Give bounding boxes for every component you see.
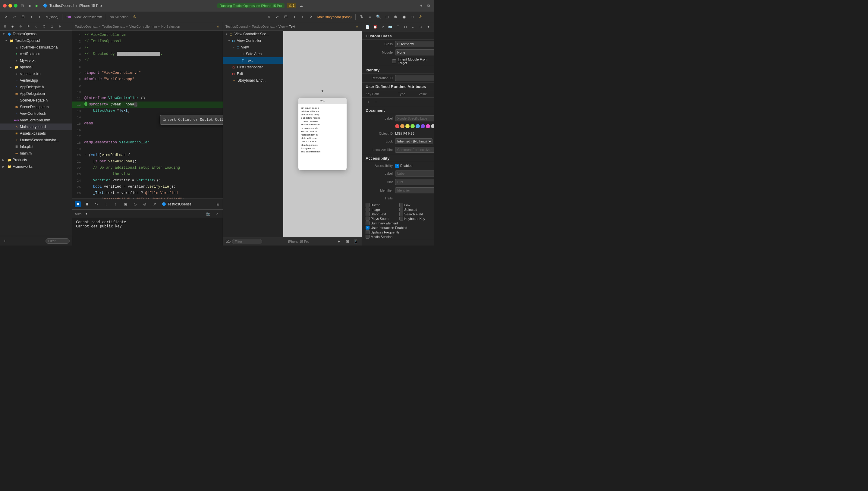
debug-btn2[interactable]: ⊙ [132,201,139,208]
lock-select[interactable]: Inherited - (Nothing) [395,138,432,144]
sb-expand-btn[interactable]: ⤢ [274,13,281,21]
sb-grid-view-icon[interactable]: ⊞ [343,238,351,245]
trait-button-checkbox[interactable] [366,203,369,207]
tree-item-vc[interactable]: ▼ ⊡ View Controller [223,37,283,44]
tree-item-safearea[interactable]: □ Safe Area [223,51,283,57]
accessibility-enabled-checkbox[interactable]: ✓ [395,164,399,168]
trait-updates-checkbox[interactable] [366,230,369,234]
sidebar-tb3[interactable]: ⊙ [17,23,24,30]
breadcrumb-testios1[interactable]: TestIosOpens... [75,25,97,28]
sidebar-item-launchscreen[interactable]: X LaunchScreen.storybo... [0,137,72,143]
step-into-btn[interactable]: ↓ [103,201,110,208]
back-btn[interactable]: ‹ [28,13,35,21]
sidebar-item-scenedelegate-h[interactable]: h SceneDelegate.h [0,97,72,104]
sidebar-item-cert[interactable]: c certificate.crt [0,51,72,57]
sidebar-item-products[interactable]: ▶ 📁 Products [0,156,72,163]
breadcrumb-viewcontroller[interactable]: ViewController.mm [129,25,157,28]
sb-breadcrumb-view[interactable]: View [279,25,286,28]
warning-small-icon[interactable]: ⚠ [216,24,220,29]
breadcrumb-no-selection[interactable]: No Selection [161,25,180,28]
effects-btn[interactable]: ✦ [425,24,431,31]
trait-selected-checkbox[interactable] [399,207,403,211]
sb-breadcrumb-root[interactable]: TestIosOpenssl [225,25,248,28]
trait-summary-checkbox[interactable] [366,221,369,225]
breadcrumb-testios2[interactable]: TestIosOpens... [102,25,125,28]
scheme-selector[interactable]: 🔷 TestIosOpenssl › iPhone 15 Pro [43,3,102,8]
sidebar-item-infoplist[interactable]: ☰ Info.plist [0,143,72,150]
sidebar-tb1[interactable]: ⊞ [1,23,8,30]
expand-btn[interactable]: ⤢ [11,13,18,21]
sb-tool3[interactable]: ◉ [400,13,408,21]
sb-list-btn[interactable]: ≡ [366,13,374,21]
sidebar-item-signature[interactable]: b signature.bin [0,70,72,77]
color-swatch-pink[interactable] [426,124,430,128]
trait-user-interaction-checkbox[interactable]: ✓ [366,226,369,230]
forward-btn[interactable]: › [36,13,44,21]
localizer-hint-input[interactable] [395,147,434,153]
a11y-label-input[interactable] [395,171,434,176]
sidebar-item-assets[interactable]: ⊞ Assets.xcassets [0,130,72,137]
sidebar-item-viewcontroller-mm[interactable]: mm ViewController.mm [0,117,72,123]
color-swatch-gray[interactable] [431,124,434,128]
sb-warning-icon[interactable]: ⚠ [355,24,359,29]
sidebar-tb5[interactable]: ◇ [32,23,40,30]
debug-share-icon[interactable]: ↗ [213,210,220,218]
restoration-id-input[interactable] [395,75,434,81]
sb-close2-btn[interactable]: ✕ [308,13,315,21]
sb-phone-icon[interactable]: 📱 [352,238,359,245]
sb-breadcrumb-text[interactable]: Text [289,25,295,28]
close-button[interactable] [3,4,7,7]
grid-btn[interactable]: ⊞ [19,13,27,21]
tree-item-exit[interactable]: ⊠ Exit [223,70,283,77]
close-editor-btn[interactable]: ✕ [2,13,10,21]
sb-inspect-btn[interactable]: 🔍 [375,13,382,21]
tree-item-storyboard-entry[interactable]: → Storyboard Entr... [223,77,283,84]
debug-btn4[interactable]: ↗ [151,201,158,208]
minimize-button[interactable] [8,4,12,7]
file-inspector-btn[interactable]: 📄 [364,24,371,31]
sb-tool4[interactable]: □ [409,13,416,21]
sidebar-item-libverifier[interactable]: a libverifier-iossimulator.a [0,44,72,51]
sb-add-icon[interactable]: + [335,238,342,245]
xcode-label-input[interactable] [395,115,434,121]
sidebar-item-main-m[interactable]: m main.m [0,150,72,156]
trait-plays-sound-checkbox[interactable] [366,216,369,221]
sb-close-btn[interactable]: ✕ [265,13,273,21]
step-over-btn[interactable]: ↷ [93,201,100,208]
sidebar-filter-input[interactable] [46,238,69,244]
sb-forward-btn[interactable]: › [299,13,307,21]
sb-tool1[interactable]: ◻ [383,13,391,21]
sidebar-item-appdelegate-m[interactable]: m AppDelegate.m [0,90,72,97]
sb-refresh-btn[interactable]: ↻ [358,13,365,21]
inherit-module-checkbox[interactable] [392,59,396,63]
sidebar-item-group-testios[interactable]: ▼ 📁 TestIosOpenssl [0,37,72,44]
trait-keyboard-key-checkbox[interactable] [399,216,403,221]
sidebar-tb6[interactable]: ⬡ [40,23,48,30]
sidebar-item-openssl[interactable]: ▶ 📁 openssl [0,64,72,70]
expand-debug-icon[interactable]: ⊞ [216,202,220,207]
bindings-btn[interactable]: ⊕ [418,24,424,31]
class-input[interactable] [395,41,434,47]
play-icon[interactable]: ▶ [34,3,39,8]
mm-file-icon[interactable]: mm [65,13,72,21]
window-icon[interactable]: ⧉ [426,3,431,8]
pause-btn[interactable]: ⏸ [83,201,90,208]
color-swatch-purple[interactable] [421,124,425,128]
sidebar-item-frameworks[interactable]: ▶ 📁 Frameworks [0,163,72,170]
sidebar-tb7[interactable]: ◻ [48,23,55,30]
tree-item-scene[interactable]: ▼ ◻ View Controller Sce... [223,31,283,37]
color-swatch-blue1[interactable] [416,124,420,128]
sidebar-item-viewcontroller-h[interactable]: h ViewController.h [0,110,72,117]
sidebar-item-main-storyboard[interactable]: X Main.storyboard [0,123,72,130]
sb-warning-icon[interactable]: ⚠ [417,13,424,21]
sidebar-item-myfile[interactable]: t MyFile.txt [0,57,72,64]
size-inspector-btn[interactable]: ⊡ [402,24,409,31]
storyboard-filter-input[interactable] [232,239,262,244]
sb-grid-btn[interactable]: ⊞ [282,13,290,21]
color-swatch-orange[interactable] [400,124,404,128]
debug-settings-icon[interactable]: ▼ [83,210,90,218]
sidebar-item-scenedelegate-m[interactable]: m SceneDelegate.m [0,104,72,110]
color-swatch-green[interactable] [411,124,415,128]
trait-static-text-checkbox[interactable] [366,212,369,216]
a11y-identifier-input[interactable] [395,187,434,193]
